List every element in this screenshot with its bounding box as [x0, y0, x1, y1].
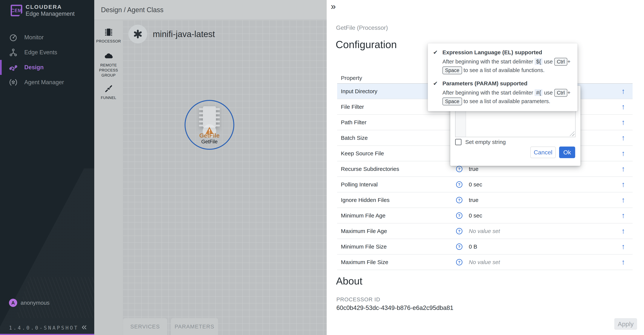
user-name: anonymous: [20, 300, 50, 306]
sidebar-item-label: Design: [24, 64, 44, 71]
upload-arrow-icon[interactable]: ↑: [621, 242, 625, 251]
tooltip-text: to see a list of available functions.: [464, 67, 545, 73]
node-type-label: GetFile: [182, 132, 238, 139]
table-row[interactable]: Minimum File Age ? 0 sec ↑: [337, 208, 632, 223]
brand-product: Edge Management: [26, 11, 74, 17]
tab-parameters[interactable]: PARAMETERS: [171, 318, 218, 335]
upload-arrow-icon[interactable]: ↑: [621, 258, 625, 266]
table-row[interactable]: Minimum File Size ? 0 B ↑: [337, 239, 632, 254]
sidebar-accent-bar: [0, 334, 94, 335]
upload-arrow-icon[interactable]: ↑: [621, 87, 625, 96]
delimiter-token: #{: [534, 89, 542, 96]
property-value: 0 sec: [469, 212, 482, 219]
upload-arrow-icon[interactable]: ↑: [621, 118, 625, 127]
tab-services[interactable]: SERVICES: [123, 318, 167, 335]
sidebar-item-design[interactable]: Design: [0, 60, 94, 75]
tooltip-title: Expression Language (EL) supported: [442, 48, 572, 57]
chip-icon: [104, 28, 113, 37]
tooltip-text: to see a list of available parameters.: [464, 98, 550, 104]
upload-arrow-icon[interactable]: ↑: [621, 227, 625, 235]
property-name: Minimum File Size: [337, 243, 456, 250]
panel-title: Configuration: [336, 39, 397, 51]
table-row[interactable]: Maximum File Size ? No value set ↑: [337, 254, 632, 270]
canvas-header: Design / Agent Class: [94, 0, 327, 20]
help-icon[interactable]: ?: [456, 181, 462, 188]
panel-subtitle: GetFile (Processor): [336, 24, 388, 31]
cancel-button[interactable]: Cancel: [530, 147, 556, 158]
property-name: Minimum File Age: [337, 212, 456, 219]
version-label: 1.4.0.0-SNAPSHOT: [9, 325, 78, 331]
cloud-icon: [104, 52, 113, 61]
flow-icon: [9, 63, 18, 72]
delimiter-token: ${: [534, 58, 542, 65]
sidebar-item-label: Agent Manager: [24, 79, 64, 86]
ok-button[interactable]: Ok: [559, 147, 575, 158]
table-row[interactable]: Polling Interval ? 0 sec ↑: [337, 177, 632, 192]
kbd-joiner: +: [567, 59, 570, 65]
gauge-icon: [9, 33, 18, 42]
palette-item-label: FUNNEL: [94, 95, 123, 100]
kbd-ctrl: Ctrl: [554, 89, 567, 97]
property-value: true: [469, 197, 478, 203]
upload-arrow-icon[interactable]: ↑: [621, 165, 625, 173]
node-name-label: GetFile: [182, 139, 238, 145]
upload-arrow-icon[interactable]: ↑: [621, 149, 625, 158]
dialog-buttons: Cancel Ok: [530, 147, 575, 158]
flow-canvas[interactable]: [94, 20, 327, 335]
property-value-cell: ? true: [456, 197, 478, 203]
property-name: Maximum File Size: [337, 259, 456, 265]
property-value: 0 sec: [469, 181, 482, 188]
help-icon[interactable]: ?: [456, 243, 462, 250]
upload-arrow-icon[interactable]: ↑: [621, 180, 625, 189]
table-row[interactable]: Maximum File Age ? No value set ↑: [337, 223, 632, 239]
set-empty-string-checkbox[interactable]: [455, 139, 462, 145]
property-name: Recurse Subdirectories: [337, 166, 456, 172]
sidebar-item-edge-events[interactable]: Edge Events: [0, 45, 94, 60]
processor-id-label: PROCESSOR ID: [336, 296, 380, 303]
help-icon[interactable]: ?: [456, 212, 462, 219]
property-name: Maximum File Age: [337, 228, 456, 234]
funnel-icon: [104, 84, 113, 93]
help-icon[interactable]: ?: [456, 259, 462, 265]
help-icon[interactable]: ?: [456, 228, 462, 234]
tooltip-item-el: ✔ Expression Language (EL) supported Aft…: [433, 48, 572, 75]
tooltip-item-param: ✔ Parameters (PARAM) supported After beg…: [433, 79, 572, 106]
tooltip-text: After beginning with the start delimiter: [442, 90, 533, 96]
sidebar-item-agent-manager[interactable]: Agent Manager: [0, 75, 94, 90]
check-icon: ✔: [433, 79, 442, 106]
property-value: No value set: [469, 228, 500, 234]
panel-expand-icon[interactable]: »: [331, 1, 336, 12]
property-value-cell: ? No value set: [456, 228, 500, 234]
set-empty-string-label: Set empty string: [465, 139, 506, 145]
property-name: Keep Source File: [337, 150, 456, 157]
processor-id-value: 60c0b429-53dc-4349-b876-e6a2c95dba81: [336, 304, 454, 311]
table-row[interactable]: Ignore Hidden Files ? true ↑: [337, 192, 632, 208]
sidebar-item-monitor[interactable]: Monitor: [0, 30, 94, 45]
flow-title: minifi-java-latest: [128, 25, 215, 44]
palette-item-remote-process-group[interactable]: REMOTE PROCESS GROUP: [94, 52, 123, 78]
property-value-cell: ? No value set: [456, 259, 500, 265]
palette-item-funnel[interactable]: FUNNEL: [94, 84, 123, 100]
sidebar-collapse-icon[interactable]: «: [82, 321, 87, 332]
sidebar-item-label: Monitor: [24, 34, 44, 41]
kbd-space: Space: [442, 98, 462, 105]
upload-arrow-icon[interactable]: ↑: [621, 196, 625, 204]
tooltip-body: After beginning with the start delimiter…: [442, 88, 572, 106]
palette-item-processor[interactable]: PROCESSOR: [94, 28, 123, 44]
help-icon[interactable]: ?: [456, 166, 462, 172]
user-menu[interactable]: A anonymous: [9, 299, 50, 307]
apply-button[interactable]: Apply: [614, 318, 637, 330]
upload-arrow-icon[interactable]: ↑: [621, 134, 625, 142]
property-value-cell: ? 0 sec: [456, 212, 482, 219]
palette-item-label: PROCESSOR: [94, 39, 123, 44]
check-icon: ✔: [433, 48, 442, 75]
property-name: Path Filter: [337, 119, 456, 126]
tooltip-text: use: [544, 59, 553, 65]
upload-arrow-icon[interactable]: ↑: [621, 211, 625, 220]
property-name: Ignore Hidden Files: [337, 197, 456, 203]
tooltip-text: After beginning with the start delimiter: [442, 59, 533, 65]
app-logo: CEM CLOUDERA Edge Management: [11, 4, 74, 17]
property-name: Polling Interval: [337, 181, 456, 188]
help-icon[interactable]: ?: [456, 197, 462, 203]
upload-arrow-icon[interactable]: ↑: [621, 103, 625, 111]
